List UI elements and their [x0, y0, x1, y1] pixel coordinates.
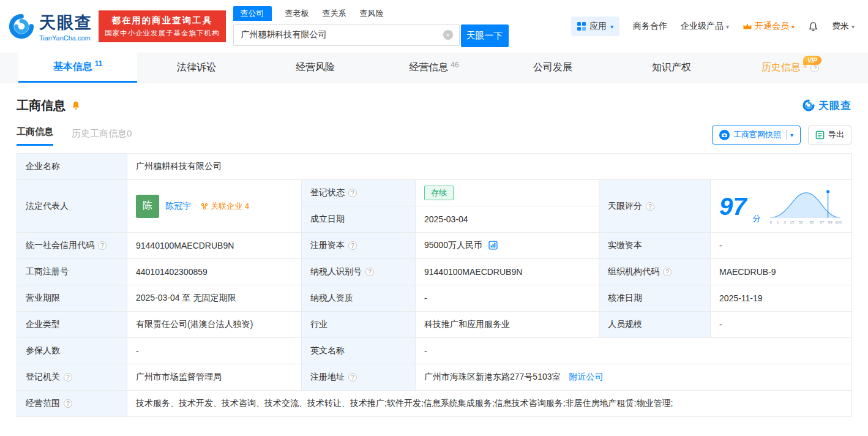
help-icon[interactable] [64, 373, 72, 382]
site-header: 天眼查 TianYanCha.com 都在用的商业查询工具 国家中小企业发展子基… [0, 0, 868, 53]
watermark-logo: 天眼查 [802, 99, 851, 113]
user-menu[interactable]: 费米 [832, 21, 855, 32]
header-right: 应用 商务合作 企业级产品 开通会员 [571, 17, 868, 36]
tab-operation-info[interactable]: 经营信息 46 [375, 53, 493, 83]
tianyancha-logo[interactable]: 天眼查 TianYanCha.com [7, 12, 92, 42]
export-icon [815, 130, 825, 140]
tab-label: 基本信息 [53, 61, 92, 73]
field-label-paid-capital: 实缴资本 [599, 233, 711, 259]
main-content: 工商信息 天眼查 工商信息 历史工商信息0 [0, 97, 868, 417]
tab-intellectual-property[interactable]: 知识产权 [612, 53, 731, 83]
field-label-staff-size: 人员规模 [599, 312, 711, 338]
help-icon[interactable] [663, 268, 672, 276]
tab-label: 知识产权 [652, 61, 691, 74]
score-axis-tick: 3 [784, 219, 786, 224]
field-value-reg-address: 广州市海珠区新港东路277号5103室 附近公司 [416, 364, 852, 391]
related-companies-label: 关联企业 [211, 201, 242, 212]
table-row: 企业名称 广州穗耕科技有限公司 [17, 154, 852, 180]
field-value-industry: 科技推广和应用服务业 [416, 312, 599, 338]
score-axis-tick: 15 [790, 219, 794, 224]
vip-upgrade-label: 开通会员 [755, 21, 789, 32]
enterprise-product-menu[interactable]: 企业级产品 [681, 21, 729, 32]
page: 天眼查 TianYanCha.com 都在用的商业查询工具 国家中小企业发展子基… [0, 0, 868, 436]
field-value-company-type: 有限责任公司(港澳台法人独资) [127, 312, 302, 338]
score-axis-tick: 1 [777, 219, 779, 224]
search-button[interactable]: 天眼一下 [461, 24, 509, 47]
chevron-down-icon [851, 23, 855, 30]
help-icon[interactable] [646, 202, 654, 211]
related-companies-link[interactable]: 关联企业 4 [201, 201, 249, 212]
field-value-credit-code: 91440100MAECDRUB9N [127, 233, 302, 259]
subscribe-bell-icon[interactable] [71, 100, 81, 110]
search-row: 天眼一下 [233, 24, 509, 47]
field-value-staff-size: - [711, 312, 852, 338]
help-icon[interactable] [365, 268, 374, 276]
tianyancha-logo-icon [802, 99, 815, 112]
tab-label: 法律诉讼 [177, 61, 216, 74]
search-tab-risk[interactable]: 查风险 [360, 7, 384, 20]
business-info-table: 企业名称 广州穗耕科技有限公司 法定代表人 陈 陈冠宇 [17, 153, 852, 417]
subtab-buttons: 工商官网快照 导出 [712, 126, 851, 145]
field-label-credit-code: 统一社会信用代码 [17, 233, 127, 259]
help-icon[interactable] [348, 241, 357, 250]
tab-basic-info[interactable]: 基本信息 11 [18, 53, 137, 83]
chevron-down-icon [791, 23, 795, 30]
logo-text-block: 天眼查 TianYanCha.com [39, 12, 92, 42]
business-coop-link[interactable]: 商务合作 [633, 21, 667, 32]
tab-operation-risk[interactable]: 经营风险 [256, 53, 375, 83]
logo-text: 天眼查 [39, 12, 92, 34]
slogan-line2: 国家中小企业发展子基金旗下机构 [105, 29, 220, 38]
table-row: 经营范围 技术服务、技术开发、技术咨询、技术交流、技术转让、技术推广;软件开发;… [17, 391, 852, 417]
clear-icon[interactable] [443, 30, 453, 40]
tab-count: 1 [803, 61, 807, 69]
field-label-taxpayer-id: 纳税人识别号 [302, 259, 416, 285]
status-badge: 存续 [424, 186, 454, 200]
help-icon[interactable] [64, 399, 72, 408]
field-value-insured-count: - [127, 338, 302, 364]
field-label-text: 天眼评分 [608, 201, 642, 211]
field-value-taxpayer-quality: - [416, 285, 599, 312]
official-snapshot-button[interactable]: 工商官网快照 [712, 126, 801, 145]
tab-legal-litigation[interactable]: 法律诉讼 [137, 53, 256, 83]
field-label-business-term: 营业期限 [17, 285, 127, 312]
search-tab-boss[interactable]: 查老板 [285, 7, 309, 20]
snapshot-label: 工商官网快照 [733, 129, 781, 140]
field-value-tyc-score[interactable]: 97 分 0 1 3 [711, 180, 852, 233]
table-row: 工商注册号 440101402300859 纳税人识别号 91440100MAE… [17, 259, 852, 285]
help-icon[interactable] [348, 373, 357, 382]
search-tabs: 查公司 查老板 查关系 查风险 [233, 6, 509, 21]
vip-upgrade-menu[interactable]: 开通会员 [743, 21, 795, 32]
notification-bell-icon[interactable] [808, 21, 818, 32]
tab-count: 46 [451, 61, 458, 69]
search-tab-relation[interactable]: 查关系 [323, 7, 346, 20]
score-value: 97 [719, 194, 747, 219]
reg-address-text: 广州市海珠区新港东路277号5103室 [424, 372, 561, 382]
export-button[interactable]: 导出 [808, 126, 851, 145]
search-input[interactable] [234, 25, 459, 45]
nearby-companies-link[interactable]: 附近公司 [569, 372, 603, 382]
field-value-legal-rep: 陈 陈冠宇 关联企业 4 [127, 180, 302, 233]
subtab-history-business-info[interactable]: 历史工商信息0 [72, 128, 132, 146]
score-curve-chart: 0 1 3 15 50 85 97 99 100 [767, 185, 844, 228]
apps-menu[interactable]: 应用 [571, 17, 619, 36]
company-nav-tabs: 基本信息 11 法律诉讼 经营风险 经营信息 46 公司发展 知识产权 VIP … [0, 53, 868, 83]
help-icon[interactable] [348, 189, 357, 197]
field-label-tyc-score: 天眼评分 [599, 180, 711, 233]
tab-label: 历史信息 [761, 61, 801, 74]
field-value-business-term: 2025-03-04 至 无固定期限 [127, 285, 302, 312]
tab-history-info[interactable]: VIP 历史信息 1 [731, 53, 850, 83]
help-icon[interactable] [98, 241, 107, 250]
capital-trend-icon[interactable] [488, 241, 498, 250]
section-header: 工商信息 天眼查 [17, 97, 851, 114]
tab-company-development[interactable]: 公司发展 [493, 53, 612, 83]
subtab-business-info[interactable]: 工商信息 [17, 126, 53, 146]
field-value-company-name: 广州穗耕科技有限公司 [127, 154, 852, 180]
legal-rep-link[interactable]: 陈冠宇 [165, 201, 191, 212]
search-tab-company[interactable]: 查公司 [233, 6, 272, 21]
field-label-text: 组织机构代码 [608, 266, 659, 276]
subtabs-row: 工商信息 历史工商信息0 工商官网快照 [17, 124, 851, 146]
field-label-org-code: 组织机构代码 [599, 259, 711, 285]
field-value-paid-capital: - [711, 233, 852, 259]
field-label-reg-number: 工商注册号 [17, 259, 127, 285]
tab-count: 11 [95, 59, 103, 68]
